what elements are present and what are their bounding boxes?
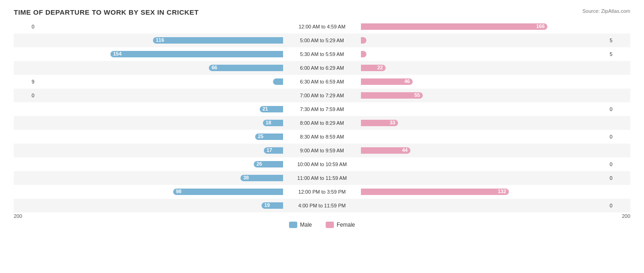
bar-row: 154 5:30 AM to 5:59 AM 5 [14,47,630,61]
axis-left-label: 200 [14,213,22,219]
male-value: 66 [212,65,217,70]
legend-female-label: Female [337,222,355,228]
male-bar-area [37,22,283,31]
male-bar-area: 26 [37,160,283,168]
male-bar-area: 98 [37,188,283,196]
bar-row: 25 8:30 AM to 8:59 AM 0 [14,130,630,144]
axis-labels: 200 200 [14,213,630,219]
male-value: 18 [266,120,271,125]
male-bar: 21 [260,106,283,112]
right-value: 0 [607,203,630,208]
female-bar: 166 [361,23,547,30]
male-value: 17 [267,147,272,153]
female-value: 44 [402,147,408,153]
time-label: 8:00 AM to 8:29 AM [283,120,361,126]
axis-right-label: 200 [622,213,630,219]
chart-title: TIME OF DEPARTURE TO WORK BY SEX IN CRIC… [14,8,630,16]
male-bar-area: 116 [37,36,283,45]
male-bar-area [37,78,283,86]
male-bar: 98 [173,189,283,195]
male-value: 154 [113,51,121,56]
female-bar-area: 55 [361,91,607,100]
female-value: 22 [377,65,383,70]
female-value: 132 [498,189,506,194]
time-label: 6:30 AM to 6:59 AM [283,79,361,84]
right-value: 0 [607,134,630,139]
time-label: 6:00 AM to 6:29 AM [283,65,361,71]
left-value: 0 [14,93,37,98]
female-bar-area [361,36,607,45]
male-value: 38 [243,175,249,180]
female-bar: 132 [361,189,509,195]
female-value: 55 [415,92,420,98]
bar-row: 98 12:00 PM to 3:59 PM 132 [14,185,630,199]
male-bar-area: 19 [37,201,283,210]
female-value: 33 [390,120,395,125]
source-label: Source: ZipAtlas.com [582,8,630,14]
legend-female-box [326,222,334,228]
male-bar-area: 25 [37,133,283,141]
female-value: 46 [404,78,410,84]
legend-male-box [289,222,297,228]
male-bar: 26 [254,161,283,167]
bar-row: 66 6:00 AM to 6:29 AM 22 [14,61,630,75]
bar-row: 9 6:30 AM to 6:59 AM 46 [14,75,630,89]
bar-row: 26 10:00 AM to 10:59 AM 0 [14,157,630,171]
female-bar-area: 33 [361,119,607,127]
male-bar-area [37,91,283,100]
female-bar-area: 166 [361,22,607,31]
left-value: 0 [14,24,37,29]
male-bar: 17 [264,147,283,154]
time-label: 7:30 AM to 7:59 AM [283,106,361,112]
male-bar-area: 154 [37,50,283,58]
female-bar: 22 [361,65,386,71]
time-label: 5:00 AM to 5:29 AM [283,38,361,43]
time-label: 12:00 AM to 4:59 AM [283,24,361,29]
right-value: 0 [607,162,630,167]
legend-female: Female [326,222,355,228]
male-value: 19 [264,202,270,208]
female-bar-area [361,105,607,113]
male-bar: 25 [255,134,283,140]
legend-male: Male [289,222,312,228]
female-bar-area [361,174,607,182]
time-label: 5:30 AM to 5:59 AM [283,51,361,57]
male-value: 98 [176,189,181,194]
bar-row: 17 9:00 AM to 9:59 AM 44 [14,144,630,157]
legend-area: Male Female [14,222,630,228]
right-value: 0 [607,175,630,181]
bar-row: 0 12:00 AM to 4:59 AM 166 [14,20,630,33]
male-value: 26 [257,161,262,167]
male-bar-area: 18 [37,119,283,127]
female-bar [361,51,366,57]
male-bar: 38 [240,175,283,181]
bar-row: 0 7:00 AM to 7:29 AM 55 [14,89,630,102]
female-bar-area [361,133,607,141]
male-value: 21 [262,106,268,111]
bar-row: 116 5:00 AM to 5:29 AM 5 [14,33,630,47]
female-bar-area [361,160,607,168]
bar-row: 21 7:30 AM to 7:59 AM 0 [14,102,630,116]
male-value: 116 [156,37,164,43]
male-bar: 19 [262,202,283,209]
legend-male-label: Male [300,222,312,228]
male-bar: 66 [209,65,283,71]
female-bar-area: 132 [361,188,607,196]
bar-row: 18 8:00 AM to 8:29 AM 33 [14,116,630,130]
male-bar-area: 66 [37,64,283,72]
bar-row: 19 4:00 PM to 11:59 PM 0 [14,199,630,212]
female-bar-area: 22 [361,64,607,72]
female-bar: 44 [361,147,410,154]
left-value: 9 [14,79,37,84]
male-bar [273,78,283,85]
time-label: 7:00 AM to 7:29 AM [283,93,361,98]
right-value: 5 [607,38,630,43]
female-bar-area [361,201,607,210]
time-label: 9:00 AM to 9:59 AM [283,148,361,153]
time-label: 10:00 AM to 10:59 AM [283,162,361,167]
time-label: 4:00 PM to 11:59 PM [283,203,361,208]
female-bar-area [361,50,607,58]
right-value: 0 [607,106,630,112]
male-bar-area: 38 [37,174,283,182]
male-bar: 116 [153,37,283,44]
